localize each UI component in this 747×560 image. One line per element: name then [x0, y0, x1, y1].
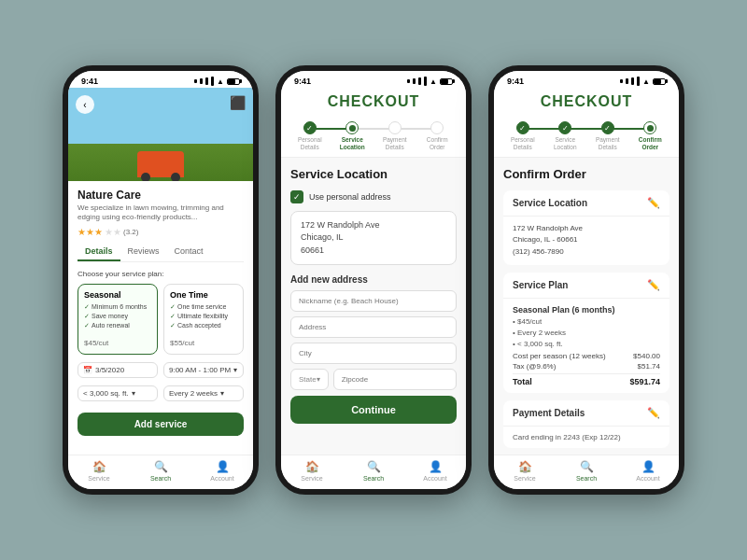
- current-address-box: 172 W Randolph Ave Chicago, IL 60661: [290, 211, 457, 266]
- confirm-service-location: Service Location ✏️ 172 W Randolph Ave C…: [503, 190, 669, 265]
- nickname-input[interactable]: [290, 290, 457, 312]
- edit-location-icon[interactable]: ✏️: [647, 197, 660, 209]
- step-personal-3: ✓ PersonalDetails: [501, 121, 544, 151]
- wifi-icon: ▲: [217, 77, 224, 86]
- seasonal-plan-title: Seasonal: [84, 290, 151, 300]
- step-confirm-2: ConfirmOrder: [416, 121, 459, 151]
- nav-search-2[interactable]: 🔍 Search: [343, 460, 404, 482]
- bookmark-icon[interactable]: ⬛: [230, 95, 246, 110]
- status-time-3: 9:41: [507, 77, 524, 86]
- edit-payment-icon[interactable]: ✏️: [647, 407, 660, 419]
- confirm-payment: Payment Details ✏️ Card ending in 2243 (…: [503, 400, 669, 448]
- nav-account-3[interactable]: 👤 Account: [617, 460, 679, 482]
- use-address-checkbox[interactable]: ✓: [290, 190, 303, 203]
- status-time-1: 9:41: [81, 77, 98, 86]
- home-icon-1: 🏠: [92, 460, 106, 473]
- status-icons-1: ▲: [194, 77, 240, 86]
- nav-service-3[interactable]: 🏠 Service: [494, 460, 556, 482]
- mower-wheel-right: [171, 173, 180, 181]
- service-location-title: Service Location: [290, 167, 457, 181]
- grass-scene: [68, 88, 253, 181]
- check-icon-4: ✓: [170, 303, 176, 311]
- total-row: Total $591.74: [513, 373, 660, 386]
- step-circle-payment-3: ✓: [601, 121, 614, 134]
- size-value: < 3,000 sq. ft.: [83, 389, 129, 398]
- cost-per-season-label: Cost per season (12 weeks): [513, 352, 606, 360]
- total-value: $591.74: [629, 377, 660, 386]
- step-confirm-3: ConfirmOrder: [629, 121, 672, 151]
- tab-details[interactable]: Details: [78, 243, 120, 261]
- back-button[interactable]: ‹: [76, 95, 94, 114]
- confirm-location-title: Service Location: [513, 198, 587, 208]
- signal-4b: [424, 77, 427, 86]
- nav-account-1[interactable]: 👤 Account: [191, 460, 253, 482]
- zipcode-input[interactable]: [333, 369, 457, 390]
- check-icon-3: ✓: [84, 322, 90, 329]
- seasonal-feature-3: ✓ Auto renewal: [84, 322, 151, 329]
- signal-1b: [407, 79, 410, 83]
- add-service-button[interactable]: Add service: [78, 413, 244, 436]
- city-input[interactable]: [290, 343, 457, 364]
- step-label-location-2: ServiceLocation: [340, 136, 365, 151]
- time-field[interactable]: 9:00 AM - 1:00 PM ▾: [163, 362, 244, 378]
- frequency-field[interactable]: Every 2 weeks ▾: [163, 385, 244, 401]
- nav-search-3[interactable]: 🔍 Search: [556, 460, 617, 482]
- nav-service-label-1: Service: [88, 475, 109, 482]
- freq-chevron: ▾: [220, 389, 224, 398]
- nav-service-1[interactable]: 🏠 Service: [68, 460, 130, 482]
- seasonal-plan-card[interactable]: Seasonal ✓ Minimum 6 months ✓ Save money…: [78, 284, 158, 355]
- step-circle-payment-2: [388, 121, 402, 134]
- step-label-payment-3: PaymentDetails: [596, 136, 620, 151]
- signal-3b: [418, 77, 421, 85]
- confirm-service-plan: Service Plan ✏️ Seasonal Plan (6 months)…: [503, 273, 669, 393]
- step-location-2: ServiceLocation: [331, 121, 374, 151]
- total-label: Total: [513, 377, 532, 386]
- nav-service-label-2: Service: [301, 475, 322, 482]
- review-count: (3.2): [123, 228, 138, 236]
- edit-plan-icon[interactable]: ✏️: [647, 279, 660, 291]
- phone-confirm-order: 9:41 ▲ CHECKOUT ✓ PersonalDetails ✓ Serv…: [488, 65, 684, 495]
- date-field[interactable]: 📅 3/5/2020: [78, 362, 158, 378]
- checkout-title-3: CHECKOUT: [503, 93, 669, 110]
- state-zip-row: State ▾: [290, 369, 457, 390]
- account-icon-1: 👤: [216, 460, 230, 473]
- confirm-payment-title: Payment Details: [513, 408, 585, 418]
- step-label-payment-2: PaymentDetails: [383, 136, 407, 151]
- confirm-order-title: Confirm Order: [503, 167, 669, 181]
- check-icon-1: ✓: [84, 303, 90, 311]
- step-label-confirm-2: ConfirmOrder: [427, 136, 448, 151]
- state-chevron: ▾: [317, 375, 320, 384]
- nav-search-1[interactable]: 🔍 Search: [130, 460, 191, 482]
- check-icon-6: ✓: [170, 322, 176, 329]
- size-field[interactable]: < 3,000 sq. ft. ▾: [78, 385, 158, 401]
- battery-icon: [227, 78, 240, 85]
- nav-service-2[interactable]: 🏠 Service: [281, 460, 343, 482]
- cost-per-season-row: Cost per season (12 weeks) $540.00: [513, 352, 660, 360]
- frequency-value: Every 2 weeks: [169, 389, 218, 398]
- seasonal-feature-2: ✓ Save money: [84, 313, 151, 320]
- confirm-plan-header: Service Plan ✏️: [503, 273, 669, 299]
- address-input[interactable]: [290, 316, 457, 338]
- status-icons-3: ▲: [620, 77, 666, 86]
- tab-contact[interactable]: Contact: [167, 243, 211, 261]
- plan-section-label: Choose your service plan:: [78, 270, 244, 278]
- signal-4: [211, 77, 214, 86]
- plan-detail-3: • < 3,000 sq. ft.: [513, 339, 660, 350]
- onetime-plan-title: One Time: [170, 290, 237, 300]
- hero-image: ‹ ⬛: [68, 88, 253, 181]
- nav-account-2[interactable]: 👤 Account: [404, 460, 466, 482]
- state-select[interactable]: State ▾: [290, 369, 329, 390]
- state-label: State: [299, 375, 317, 384]
- status-bar-3: 9:41 ▲: [494, 71, 679, 88]
- confirm-address-1: 172 W Randolph Ave: [513, 223, 660, 235]
- checkout-header-3: CHECKOUT: [494, 88, 679, 116]
- continue-button[interactable]: Continue: [290, 396, 457, 424]
- onetime-plan-card[interactable]: One Time ✓ One time service ✓ Ultimate f…: [163, 284, 244, 355]
- tab-reviews[interactable]: Reviews: [120, 243, 167, 261]
- onetime-feature-1: ✓ One time service: [170, 303, 237, 311]
- rating-stars: ★★★★★ (3.2): [78, 227, 244, 237]
- nav-search-label-2: Search: [363, 475, 384, 482]
- tax-label: Tax (@9.6%): [513, 362, 556, 371]
- confirm-address-3: (312) 456-7890: [513, 246, 660, 259]
- status-time-2: 9:41: [294, 77, 311, 86]
